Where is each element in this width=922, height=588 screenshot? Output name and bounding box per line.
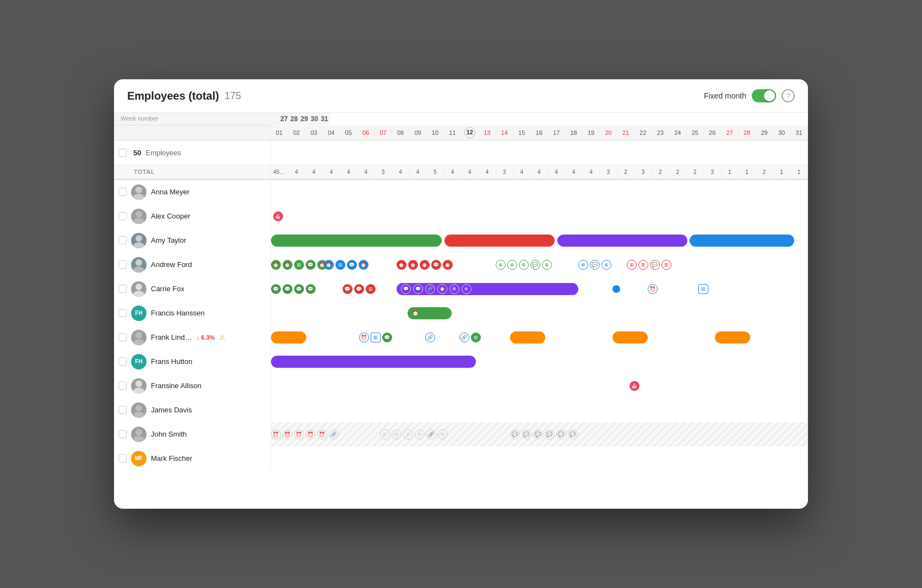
- andrew-chat-3[interactable]: 💬: [431, 260, 441, 270]
- andrew-clock-1[interactable]: ⏰: [271, 260, 281, 270]
- carrie-purple-link[interactable]: 🔗: [425, 284, 435, 294]
- andrew-chat-6[interactable]: 💬: [650, 260, 660, 270]
- john-g-chat-4[interactable]: 💬: [545, 429, 555, 439]
- help-icon[interactable]: ?: [782, 89, 795, 102]
- john-g-link-2[interactable]: 🔗: [426, 429, 436, 439]
- amy-gantt[interactable]: [270, 228, 807, 253]
- john-g-box-3[interactable]: ⊞: [403, 429, 413, 439]
- carrie-clock-outline[interactable]: ⏰: [648, 284, 658, 294]
- fixed-month-toggle[interactable]: [752, 89, 776, 102]
- andrew-gantt[interactable]: ⏰ ⏰ ⊞ 💬 ⏰ ⏰ ⊞ 💬 ⏰: [270, 253, 807, 277]
- fransine-gantt[interactable]: 🎂: [270, 374, 807, 398]
- carrie-box-blue[interactable]: ⊞: [698, 284, 708, 294]
- john-g-chat-2[interactable]: 💬: [522, 429, 531, 439]
- frank-link-2[interactable]: 🔗: [459, 333, 469, 342]
- frank-bar-orange-2[interactable]: [510, 331, 545, 344]
- carrie-gantt[interactable]: 💬 💬 💬 💬 💬 💬 ⊞ 💬: [270, 277, 807, 301]
- john-g-clock-5[interactable]: ⏰: [317, 429, 327, 439]
- andrew-case-5[interactable]: ⊕: [578, 260, 588, 270]
- john-g-chat-5[interactable]: 💬: [556, 429, 566, 439]
- carrie-purple-clock[interactable]: ⏰: [437, 284, 447, 294]
- carrie-chat-3[interactable]: 💬: [294, 284, 304, 294]
- andrew-box-2[interactable]: ⊞: [638, 260, 648, 270]
- carrie-purple-chat2[interactable]: 💬: [413, 284, 423, 294]
- carrie-chat-4[interactable]: 💬: [306, 284, 316, 294]
- carrie-chat-6[interactable]: 💬: [354, 284, 364, 294]
- frank-bar-orange-1[interactable]: [271, 331, 306, 344]
- andrew-grid-1[interactable]: ⊞: [294, 260, 304, 270]
- carrie-dot-blue[interactable]: [612, 285, 620, 293]
- andrew-clock-6[interactable]: ⏰: [397, 260, 406, 270]
- andrew-case-3[interactable]: ⊕: [519, 260, 529, 270]
- franshu-gantt[interactable]: [270, 350, 807, 374]
- employees-checkbox[interactable]: [118, 149, 127, 157]
- amy-bar-red[interactable]: [444, 235, 555, 247]
- john-g-box-5[interactable]: ⊞: [438, 429, 448, 439]
- andrew-clock-4[interactable]: ⏰: [324, 260, 334, 270]
- amy-checkbox[interactable]: [118, 236, 127, 244]
- carrie-purple-box[interactable]: ⊞: [449, 284, 459, 294]
- john-checkbox[interactable]: [118, 430, 127, 438]
- andrew-grid-2[interactable]: ⊞: [335, 260, 345, 270]
- carrie-box-icon[interactable]: ⊞: [698, 284, 708, 294]
- franshu-checkbox[interactable]: [118, 357, 127, 366]
- andrew-clock-7[interactable]: ⏰: [408, 260, 418, 270]
- frank-box-1[interactable]: ⊞: [371, 333, 381, 342]
- frank-gantt[interactable]: ⏰ ⊞ 💬 🔗 🔗 ⊞: [270, 325, 807, 350]
- anna-gantt[interactable]: [270, 179, 807, 204]
- john-gantt[interactable]: ⏰ ⏰ ⏰ ⏰ ⏰ 🔗 ⊞ ⊞ ⊞ ⊞: [270, 422, 807, 447]
- andrew-chat-4[interactable]: 💬: [530, 260, 540, 270]
- amy-bar-purple[interactable]: [557, 235, 687, 247]
- carrie-chat-5[interactable]: 💬: [343, 284, 352, 294]
- francis-bar-green[interactable]: ⏰: [408, 307, 452, 319]
- andrew-clock-9[interactable]: ⏰: [443, 260, 453, 270]
- andrew-case-2[interactable]: ⊕: [507, 260, 517, 270]
- andrew-clock-2[interactable]: ⏰: [283, 260, 292, 270]
- frank-chat-1[interactable]: 💬: [382, 333, 392, 342]
- james-checkbox[interactable]: [118, 406, 127, 414]
- andrew-chat-1[interactable]: 💬: [306, 260, 316, 270]
- carrie-checkbox[interactable]: [118, 285, 127, 293]
- franshu-bar-purple[interactable]: [271, 356, 476, 368]
- frank-bar-orange-3[interactable]: [612, 331, 648, 344]
- andrew-chat-2[interactable]: 💬: [347, 260, 357, 270]
- fransine-birthday-icon[interactable]: 🎂: [630, 381, 639, 391]
- fransine-checkbox[interactable]: [118, 382, 127, 390]
- frank-clock-1[interactable]: ⏰: [359, 333, 369, 342]
- john-g-chat-6[interactable]: 💬: [568, 429, 578, 439]
- francis-checkbox[interactable]: [118, 309, 127, 317]
- francis-gantt[interactable]: ⏰: [270, 301, 807, 325]
- john-g-box-4[interactable]: ⊞: [415, 429, 425, 439]
- andrew-case-6[interactable]: ⊕: [601, 260, 611, 270]
- james-gantt[interactable]: [270, 398, 807, 422]
- john-g-clock-2[interactable]: ⏰: [283, 429, 292, 439]
- anna-checkbox[interactable]: [118, 188, 127, 196]
- alex-gantt[interactable]: 🎂: [270, 204, 807, 228]
- carrie-purple-chat1[interactable]: 💬: [401, 284, 411, 294]
- carrie-bar-purple[interactable]: 💬 💬 🔗 ⏰ ⊞ ⊕: [397, 283, 578, 295]
- carrie-chat-1[interactable]: 💬: [271, 284, 281, 294]
- carrie-purple-grid[interactable]: ⊕: [462, 284, 471, 294]
- john-g-clock-3[interactable]: ⏰: [294, 429, 304, 439]
- frank-link-1[interactable]: 🔗: [425, 333, 435, 342]
- carrie-clock-icon[interactable]: ⏰: [648, 284, 658, 294]
- andrew-case-1[interactable]: ⊕: [496, 260, 506, 270]
- john-g-chat-1[interactable]: 💬: [510, 429, 520, 439]
- andrew-chat-5[interactable]: 💬: [590, 260, 600, 270]
- frank-grid-1[interactable]: ⊞: [471, 333, 481, 342]
- amy-bar-green[interactable]: [271, 235, 442, 247]
- andrew-box-1[interactable]: ⊞: [627, 260, 637, 270]
- alex-birthday-icon[interactable]: 🎂: [273, 211, 283, 221]
- mark-gantt[interactable]: [270, 447, 807, 471]
- mark-checkbox[interactable]: [118, 454, 127, 462]
- john-g-box-2[interactable]: ⊞: [392, 429, 402, 439]
- amy-bar-blue[interactable]: [690, 235, 794, 247]
- john-g-chat-3[interactable]: 💬: [533, 429, 543, 439]
- john-g-link-1[interactable]: 🔗: [329, 429, 339, 439]
- andrew-clock-5[interactable]: ⏰: [359, 260, 368, 270]
- andrew-checkbox[interactable]: [118, 260, 127, 269]
- carrie-chat-2[interactable]: 💬: [283, 284, 292, 294]
- john-g-clock-4[interactable]: ⏰: [306, 429, 316, 439]
- john-g-clock-1[interactable]: ⏰: [271, 429, 281, 439]
- john-g-box-1[interactable]: ⊞: [380, 429, 390, 439]
